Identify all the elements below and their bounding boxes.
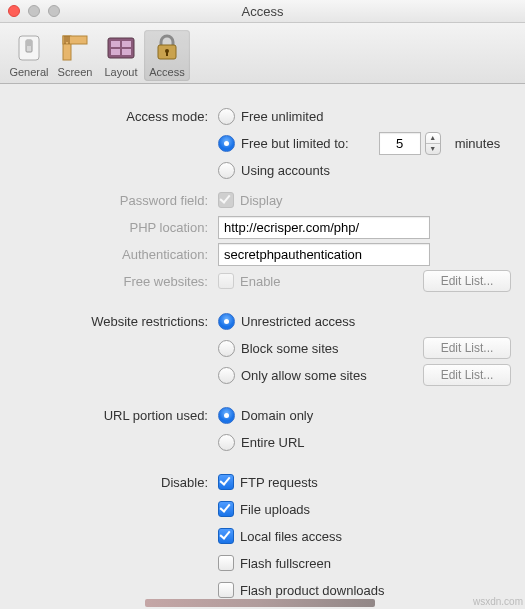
group-disable: Disable: FTP requests File uploads Local…: [14, 470, 511, 609]
group-url-portion: URL portion used: Domain only Entire URL: [14, 403, 511, 454]
authentication-input[interactable]: [218, 243, 430, 266]
label-disable: Disable:: [14, 475, 218, 490]
label-website-restrictions: Website restrictions:: [14, 314, 218, 329]
radio-label: Block some sites: [241, 341, 339, 356]
toolbar-item-layout[interactable]: Layout: [98, 30, 144, 81]
lock-icon: [151, 32, 183, 64]
edit-list-button[interactable]: Edit List...: [423, 364, 511, 386]
toolbar-label: Screen: [58, 66, 93, 78]
edit-list-button[interactable]: Edit List...: [423, 270, 511, 292]
checkbox-label: Enable: [240, 274, 280, 289]
group-website-restrictions: Website restrictions: Unrestricted acces…: [14, 309, 511, 387]
stepper-up-icon[interactable]: ▲: [426, 133, 440, 144]
checkbox-enable-free-websites: [218, 273, 234, 289]
layout-icon: [105, 32, 137, 64]
checkbox-local-files[interactable]: [218, 528, 234, 544]
checkbox-file-uploads[interactable]: [218, 501, 234, 517]
radio-label: Entire URL: [241, 435, 305, 450]
radio-label: Domain only: [241, 408, 313, 423]
checkbox-label: File uploads: [240, 502, 310, 517]
svg-rect-9: [111, 41, 120, 47]
php-location-input[interactable]: [218, 216, 430, 239]
toolbar-label: General: [9, 66, 48, 78]
toolbar-label: Layout: [104, 66, 137, 78]
edit-list-button[interactable]: Edit List...: [423, 337, 511, 359]
stepper-buttons[interactable]: ▲ ▼: [425, 132, 441, 155]
checkbox-display-password: [218, 192, 234, 208]
svg-rect-11: [111, 49, 120, 55]
minutes-unit: minutes: [455, 136, 501, 151]
decorative-strip: [145, 599, 375, 607]
label-url-portion: URL portion used:: [14, 408, 218, 423]
label-php-location: PHP location:: [14, 220, 218, 235]
stepper-down-icon[interactable]: ▼: [426, 144, 440, 154]
toolbar-label: Access: [149, 66, 184, 78]
titlebar: Access: [0, 0, 525, 23]
radio-label: Unrestricted access: [241, 314, 355, 329]
checkbox-label: Flash product downloads: [240, 583, 385, 598]
toolbar-item-general[interactable]: General: [6, 30, 52, 81]
radio-block-some[interactable]: [218, 340, 235, 357]
radio-free-unlimited[interactable]: [218, 108, 235, 125]
svg-rect-12: [122, 49, 131, 55]
label-access-mode: Access mode:: [14, 109, 218, 124]
checkbox-label: FTP requests: [240, 475, 318, 490]
radio-unrestricted[interactable]: [218, 313, 235, 330]
window-title: Access: [0, 4, 525, 19]
label-free-websites: Free websites:: [14, 274, 218, 289]
radio-label: Free unlimited: [241, 109, 323, 124]
checkbox-flash-fullscreen[interactable]: [218, 555, 234, 571]
radio-using-accounts[interactable]: [218, 162, 235, 179]
radio-label: Using accounts: [241, 163, 330, 178]
radio-label: Free but limited to:: [241, 136, 349, 151]
checkbox-label: Display: [240, 193, 283, 208]
svg-rect-10: [122, 41, 131, 47]
radio-domain-only[interactable]: [218, 407, 235, 424]
radio-free-limited[interactable]: [218, 135, 235, 152]
checkbox-label: Local files access: [240, 529, 342, 544]
radio-label: Only allow some sites: [241, 368, 367, 383]
checkbox-ftp[interactable]: [218, 474, 234, 490]
toolbar-item-access[interactable]: Access: [144, 30, 190, 81]
switch-icon: [13, 32, 45, 64]
minutes-stepper[interactable]: ▲ ▼: [379, 132, 441, 155]
label-authentication: Authentication:: [14, 247, 218, 262]
radio-only-allow[interactable]: [218, 367, 235, 384]
minutes-input[interactable]: [379, 132, 421, 155]
svg-rect-15: [166, 51, 168, 56]
checkbox-flash-product-downloads[interactable]: [218, 582, 234, 598]
label-password-field: Password field:: [14, 193, 218, 208]
prefs-content: Access mode: Free unlimited Free but lim…: [0, 84, 525, 609]
radio-entire-url[interactable]: [218, 434, 235, 451]
watermark: wsxdn.com: [473, 596, 523, 607]
ruler-icon: [59, 32, 91, 64]
toolbar-item-screen[interactable]: Screen: [52, 30, 98, 81]
group-access-mode: Access mode: Free unlimited Free but lim…: [14, 104, 511, 293]
svg-rect-2: [26, 40, 32, 46]
prefs-toolbar: General Screen Layout Access: [0, 23, 525, 84]
checkbox-label: Flash fullscreen: [240, 556, 331, 571]
